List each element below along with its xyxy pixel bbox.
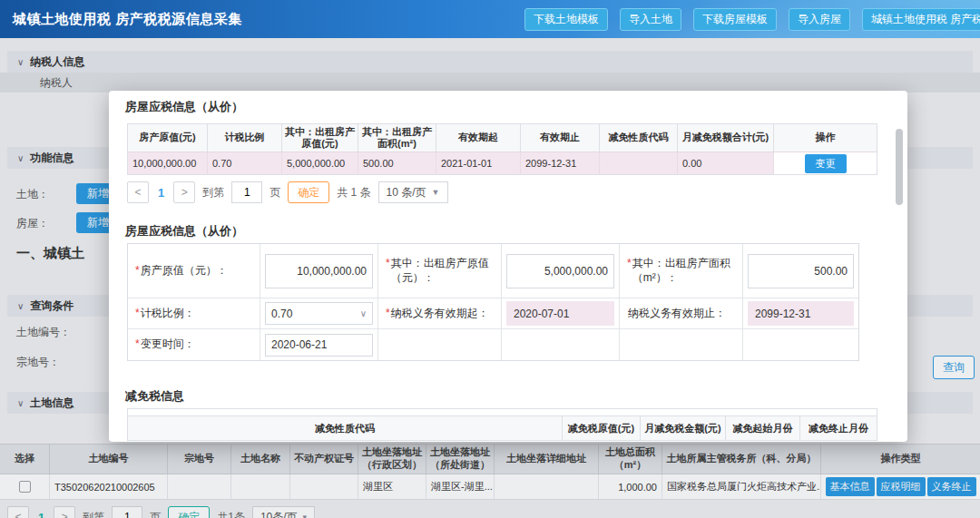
monthly-exemption-cell: 0.00 bbox=[678, 152, 774, 174]
app-header: 城镇土地使用税 房产税税源信息采集 下载土地模板 导入土地 下载房屋模板 导入房… bbox=[0, 0, 980, 38]
page-size-value: 10 条/页 bbox=[387, 185, 426, 200]
goto-label: 到第 bbox=[202, 185, 224, 200]
page-unit-label: 页 bbox=[270, 185, 280, 200]
chevron-down-icon: ∨ bbox=[360, 308, 367, 318]
prev-page-button[interactable]: < bbox=[127, 181, 149, 203]
col-tax-ratio: 计税比例 bbox=[208, 124, 282, 151]
modal-scrollbar[interactable] bbox=[896, 123, 903, 436]
rent-original-value-cell: 5,000,000.00 bbox=[282, 152, 358, 174]
scrollbar-thumb[interactable] bbox=[896, 129, 903, 205]
valid-to-cell: 2099-12-31 bbox=[521, 152, 600, 174]
exemption-code-cell bbox=[600, 152, 678, 174]
rent-original-value-label: *其中：出租房产原值（元）： bbox=[378, 244, 502, 298]
house-tax-table: 房产原值(元) 计税比例 其中：出租房产原值(元) 其中：出租房产面积(m²) … bbox=[127, 123, 877, 175]
change-button[interactable]: 变更 bbox=[805, 154, 847, 173]
goto-confirm-button[interactable]: 确定 bbox=[288, 181, 329, 203]
col-monthly-exemption-amount: 月减免税金额(元) bbox=[641, 416, 726, 440]
modal-pagination: < 1 > 到第 页 确定 共 1 条 10 条/页 ▼ bbox=[127, 181, 448, 203]
next-page-button[interactable]: > bbox=[173, 181, 195, 203]
duty-to-field: 2099-12-31 bbox=[748, 301, 854, 326]
page-title: 城镇土地使用税 房产税税源信息采集 bbox=[13, 11, 242, 28]
rent-area-input[interactable] bbox=[748, 254, 854, 288]
col-rent-area: 其中：出租房产面积(m²) bbox=[358, 124, 436, 151]
house-tax-table-header: 房产原值(元) 计税比例 其中：出租房产原值(元) 其中：出租房产面积(m²) … bbox=[128, 124, 877, 151]
required-mark: * bbox=[627, 257, 632, 271]
col-exemption-value: 减免税原值(元) bbox=[563, 416, 641, 440]
exemption-info-title: 减免税信息 bbox=[125, 388, 184, 405]
col-exemption-start-month: 减免起始月份 bbox=[726, 416, 800, 440]
page-number-input[interactable] bbox=[231, 181, 262, 203]
exemption-table-spacer bbox=[128, 409, 877, 415]
col-original-value: 房产原值(元) bbox=[128, 124, 208, 151]
house-tax-form: *房产原值（元）： *其中：出租房产原值（元）： *其中：出租房产面积（m²）：… bbox=[127, 243, 859, 361]
house-tax-form-title: 房屋应税信息（从价） bbox=[125, 223, 243, 239]
original-value-input[interactable] bbox=[265, 254, 373, 288]
table-row: 10,000,000.00 0.70 5,000,000.00 500.00 2… bbox=[128, 151, 877, 174]
total-count-label: 共 1 条 bbox=[337, 185, 370, 200]
col-exemption-code: 减免性质代码 bbox=[128, 416, 563, 440]
tax-ratio-label: *计税比例： bbox=[128, 298, 260, 329]
caret-down-icon: ▼ bbox=[432, 188, 440, 197]
col-exemption-code: 减免性质代码 bbox=[600, 124, 678, 151]
duty-from-label: *纳税义务有效期起： bbox=[378, 298, 502, 329]
required-mark: * bbox=[386, 257, 390, 271]
valid-from-cell: 2021-01-01 bbox=[436, 152, 521, 174]
required-mark: * bbox=[135, 264, 140, 279]
exemption-table: 减免性质代码 减免税原值(元) 月减免税金额(元) 减免起始月份 减免终止月份 bbox=[127, 408, 877, 441]
tax-ratio-value: 0.70 bbox=[271, 308, 292, 320]
header-actions: 下载土地模板 导入土地 下载房屋模板 导入房屋 城镇土地使用税 房产税申报 bbox=[524, 8, 980, 31]
download-house-template-button[interactable]: 下载房屋模板 bbox=[693, 8, 777, 31]
current-page[interactable]: 1 bbox=[158, 186, 164, 200]
page-size-select[interactable]: 10 条/页 ▼ bbox=[378, 181, 448, 203]
tax-ratio-cell: 0.70 bbox=[208, 152, 282, 174]
original-value-label: *房产原值（元）： bbox=[128, 244, 260, 298]
col-exemption-end-month: 减免终止月份 bbox=[800, 416, 877, 440]
tax-ratio-select[interactable]: 0.70 ∨ bbox=[265, 302, 373, 325]
house-tax-list-title: 房屋应税信息（从价） bbox=[125, 99, 243, 115]
col-valid-to: 有效期止 bbox=[521, 124, 600, 151]
change-date-label: *变更时间： bbox=[128, 329, 260, 360]
rent-original-value-input[interactable] bbox=[506, 254, 614, 288]
house-tax-dialog: 房屋应税信息（从价） 房产原值(元) 计税比例 其中：出租房产原值(元) 其中：… bbox=[109, 91, 907, 442]
original-value-cell: 10,000,000.00 bbox=[128, 152, 208, 174]
change-date-input[interactable] bbox=[265, 334, 373, 357]
import-land-button[interactable]: 导入土地 bbox=[620, 8, 681, 31]
tax-declare-button[interactable]: 城镇土地使用税 房产税申报 bbox=[862, 8, 980, 31]
col-operation: 操作 bbox=[774, 124, 877, 151]
col-monthly-exemption: 月减免税额合计(元) bbox=[678, 124, 774, 151]
required-mark: * bbox=[135, 307, 140, 321]
required-mark: * bbox=[386, 307, 390, 321]
required-mark: * bbox=[135, 337, 140, 352]
app-screen: 城镇土地使用税 房产税税源信息采集 下载土地模板 导入土地 下载房屋模板 导入房… bbox=[0, 0, 980, 518]
col-valid-from: 有效期起 bbox=[436, 124, 521, 151]
operation-cell: 变更 bbox=[774, 152, 877, 174]
col-rent-original-value: 其中：出租房产原值(元) bbox=[282, 124, 358, 151]
rent-area-cell: 500.00 bbox=[358, 152, 436, 174]
exemption-table-header: 减免性质代码 减免税原值(元) 月减免税金额(元) 减免起始月份 减免终止月份 bbox=[128, 415, 877, 440]
duty-from-field: 2020-07-01 bbox=[506, 301, 614, 326]
rent-area-label: *其中：出租房产面积（m²）： bbox=[620, 244, 743, 298]
import-house-button[interactable]: 导入房屋 bbox=[789, 8, 850, 31]
duty-to-label: 纳税义务有效期止： bbox=[620, 298, 743, 329]
download-land-template-button[interactable]: 下载土地模板 bbox=[524, 8, 608, 31]
